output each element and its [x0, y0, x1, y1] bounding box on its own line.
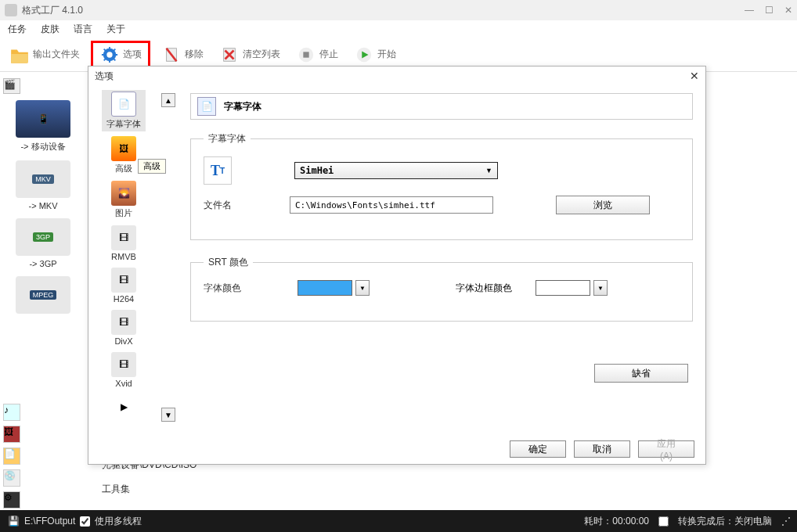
tools-label[interactable]: 工具集	[102, 483, 197, 496]
subtitle-font-legend: 字幕字体	[204, 132, 251, 146]
opt-picture[interactable]: 🌄 图片	[102, 179, 146, 221]
resize-grip-icon[interactable]: ⋰	[781, 516, 789, 527]
titlebar: 格式工厂 4.1.0 — ☐ ✕	[0, 0, 797, 20]
output-folder-button[interactable]: 输出文件夹	[5, 41, 85, 68]
minimize-button[interactable]: —	[745, 5, 754, 16]
clear-label: 清空列表	[243, 48, 280, 61]
font-color-swatch	[298, 280, 352, 296]
start-button[interactable]: 开始	[349, 41, 401, 68]
app-icon	[5, 4, 17, 16]
app-title: 格式工厂 4.1.0	[22, 4, 83, 17]
menu-language[interactable]: 语言	[74, 23, 92, 36]
card-mobile-label: -> 移动设备	[3, 141, 83, 153]
opt-divx[interactable]: 🎞 DivX	[102, 308, 146, 347]
opt-divx-label: DivX	[103, 336, 144, 346]
opt-xvid-label: Xvid	[103, 379, 144, 388]
section-header-label: 字幕字体	[224, 100, 261, 113]
elapsed-value: 00:00:00	[612, 516, 649, 527]
scroll-up-button[interactable]: ▲	[161, 93, 175, 107]
dialog-close-button[interactable]: ✕	[690, 70, 699, 82]
opt-subtitle-font[interactable]: 📄 字幕字体	[102, 90, 146, 131]
browse-button[interactable]: 浏览	[556, 196, 650, 214]
cancel-button[interactable]: 取消	[574, 440, 630, 458]
3gp-icon: 3GP	[16, 218, 70, 256]
section-header: 📄 字幕字体	[190, 93, 693, 120]
remove-label: 移除	[185, 48, 204, 61]
card-mkv[interactable]: MKV -> MKV	[3, 160, 83, 210]
after-convert-checkbox[interactable]	[658, 516, 669, 527]
xvid-icon: 🎞	[111, 352, 136, 377]
rmvb-icon: 🎞	[111, 225, 136, 250]
opt-rmvb[interactable]: 🎞 RMVB	[102, 224, 146, 263]
options-button[interactable]: 选项	[91, 41, 150, 69]
font-color-label: 字体颜色	[204, 282, 274, 295]
close-button[interactable]: ✕	[784, 5, 792, 16]
opt-advanced-tooltip: 高级	[138, 159, 166, 174]
menu-about[interactable]: 关于	[106, 23, 125, 36]
ok-button[interactable]: 确定	[510, 440, 566, 458]
folder-icon	[9, 45, 30, 65]
card-3gp[interactable]: 3GP -> 3GP	[3, 218, 83, 268]
gear-icon	[99, 45, 120, 65]
opt-more[interactable]: ▶	[102, 393, 146, 421]
output-folder-label: 输出文件夹	[33, 48, 80, 61]
audio-category-icon[interactable]: ♪	[3, 404, 20, 421]
picture-category-icon[interactable]: 🖼	[3, 426, 20, 443]
card-3gp-label: -> 3GP	[3, 259, 83, 268]
tools-category-icon[interactable]: ⚙	[3, 491, 20, 509]
multithread-label: 使用多线程	[95, 515, 142, 528]
dialog-title: 选项	[95, 70, 114, 83]
opt-h264[interactable]: 🎞 H264	[102, 266, 146, 305]
opt-advanced[interactable]: 🖼 高级 高级	[102, 135, 146, 176]
divx-icon: 🎞	[111, 310, 136, 335]
advanced-icon: 🖼	[111, 136, 136, 161]
mobile-device-icon: 📱	[16, 100, 70, 138]
maximize-button[interactable]: ☐	[765, 5, 774, 16]
opt-rmvb-label: RMVB	[103, 252, 144, 261]
opt-xvid[interactable]: 🎞 Xvid	[102, 350, 146, 390]
disc-category-icon[interactable]: 💿	[3, 469, 20, 487]
scroll-down-button[interactable]: ▼	[161, 408, 175, 422]
clear-list-button[interactable]: 清空列表	[215, 41, 285, 68]
subtitle-font-group: 字幕字体 TT SimHei ▼ 文件名 浏览	[190, 132, 693, 240]
card-mpeg[interactable]: MPEG	[3, 276, 83, 314]
subtitle-font-icon: 📄	[111, 92, 136, 117]
drive-icon: 💾	[8, 516, 20, 527]
default-button[interactable]: 缺省	[594, 364, 688, 383]
font-select-value: SimHei	[300, 165, 334, 176]
side-category-icons: ♪ 🖼 📄 💿 ⚙	[3, 404, 20, 509]
svg-rect-6	[303, 52, 308, 57]
stop-label: 停止	[319, 48, 338, 61]
menu-skin[interactable]: 皮肤	[41, 23, 60, 36]
opt-subtitle-font-label: 字幕字体	[103, 118, 144, 130]
after-value: 关闭电脑	[734, 516, 772, 527]
output-path[interactable]: E:\FFOutput	[24, 516, 75, 527]
menubar: 任务 皮肤 语言 关于	[0, 20, 797, 38]
multithread-checkbox[interactable]	[80, 516, 90, 527]
card-mobile[interactable]: 📱 -> 移动设备	[3, 100, 83, 153]
dialog-buttons: 确定 取消 应用 (A)	[510, 440, 694, 458]
apply-button[interactable]: 应用 (A)	[638, 440, 694, 458]
stop-button[interactable]: 停止	[291, 41, 343, 68]
border-color-label: 字体边框颜色	[456, 282, 512, 295]
opt-picture-label: 图片	[103, 207, 144, 219]
border-color-swatch	[536, 280, 590, 296]
film-icon[interactable]: 🎬	[3, 78, 20, 94]
font-select-dropdown[interactable]: SimHei ▼	[294, 162, 498, 179]
h264-icon: 🎞	[111, 268, 136, 293]
opt-h264-label: H264	[103, 294, 144, 304]
font-color-picker[interactable]: ▼	[298, 280, 370, 296]
stop-icon	[296, 45, 316, 65]
border-color-picker[interactable]: ▼	[536, 280, 608, 296]
file-path-input[interactable]	[290, 196, 493, 214]
document-category-icon[interactable]: 📄	[3, 448, 20, 465]
menu-tasks[interactable]: 任务	[8, 23, 27, 36]
chevron-down-icon: ▼	[485, 167, 492, 174]
remove-button[interactable]: 移除	[157, 41, 208, 68]
font-color-dropdown-icon: ▼	[355, 280, 370, 296]
elapsed-label: 耗时：	[584, 516, 612, 527]
section-header-icon: 📄	[197, 97, 216, 116]
picture-icon: 🌄	[111, 181, 136, 206]
srt-color-group: SRT 颜色 字体颜色 ▼ 字体边框颜色 ▼	[190, 256, 693, 322]
media-player-icon: ▶	[111, 394, 136, 419]
